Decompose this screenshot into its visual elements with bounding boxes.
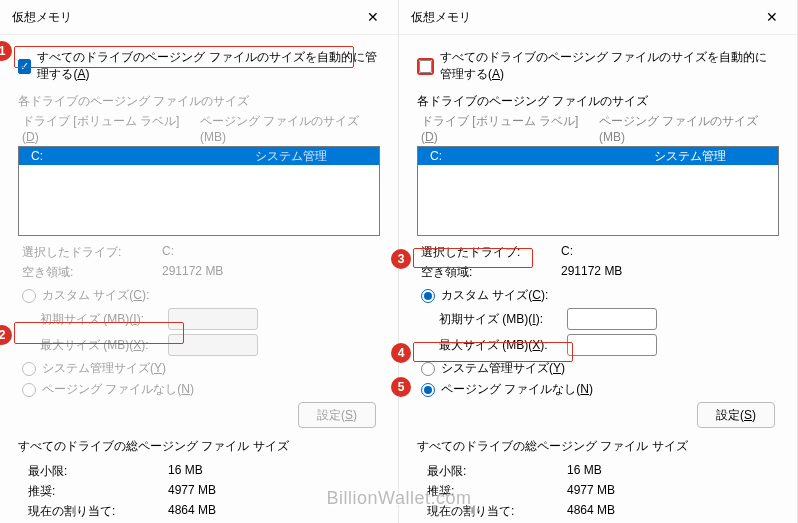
initial-size-row: 初期サイズ (MB)(I): [439, 308, 775, 330]
annotation-badge-2: 2 [0, 325, 12, 345]
custom-size-radio[interactable] [421, 289, 435, 303]
drive-letter: C: [426, 149, 602, 163]
min-label: 最小限: [427, 463, 567, 480]
system-managed-radio-row: システム管理サイズ(Y) [22, 360, 376, 377]
window-title: 仮想メモリ [12, 9, 72, 26]
titlebar: 仮想メモリ ✕ [0, 0, 398, 35]
drive-list-header: ドライブ [ボリューム ラベル](D) ページング ファイルのサイズ (MB) [421, 113, 775, 144]
drive-letter: C: [27, 149, 203, 163]
drive-list[interactable]: C: システム管理 [18, 146, 380, 236]
drive-list-header: ドライブ [ボリューム ラベル](D) ページング ファイルのサイズ (MB) [22, 113, 376, 144]
custom-size-radio [22, 289, 36, 303]
custom-size-label: カスタム サイズ(C): [441, 287, 548, 304]
initial-size-label: 初期サイズ (MB)(I): [439, 311, 559, 328]
rec-value: 4977 MB [567, 483, 775, 500]
titlebar: 仮想メモリ ✕ [399, 0, 797, 35]
initial-size-row: 初期サイズ (MB)(I): [40, 308, 376, 330]
system-managed-radio [22, 362, 36, 376]
drive-row-c[interactable]: C: システム管理 [418, 147, 778, 165]
auto-manage-label: すべてのドライブのページング ファイルのサイズを自動的に管理する(A) [37, 49, 380, 83]
selected-drive-label: 選択したドライブ: [421, 244, 561, 261]
cur-value: 4864 MB [567, 503, 775, 520]
free-space-value: 291172 MB [561, 264, 775, 281]
each-drive-label: 各ドライブのページング ファイルのサイズ [18, 93, 380, 110]
max-size-row: 最大サイズ (MB)(X): [439, 334, 775, 356]
auto-manage-label: すべてのドライブのページング ファイルのサイズを自動的に管理する(A) [440, 49, 779, 83]
drive-info: 選択したドライブ: C: 空き領域: 291172 MB [22, 244, 376, 281]
min-value: 16 MB [168, 463, 376, 480]
initial-size-input[interactable] [567, 308, 657, 330]
cur-label: 現在の割り当て: [28, 503, 168, 520]
dialog-body: すべてのドライブのページング ファイルのサイズを自動的に管理する(A) 各ドライ… [399, 35, 797, 523]
header-drive: ドライブ [ボリューム ラベル](D) [22, 113, 190, 144]
auto-manage-row[interactable]: すべてのドライブのページング ファイルのサイズを自動的に管理する(A) [18, 49, 380, 83]
drive-list[interactable]: C: システム管理 [417, 146, 779, 236]
max-size-input [168, 334, 258, 356]
auto-manage-row[interactable]: すべてのドライブのページング ファイルのサイズを自動的に管理する(A) [417, 49, 779, 83]
custom-size-radio-row: カスタム サイズ(C): [22, 287, 376, 304]
min-value: 16 MB [567, 463, 775, 480]
total-paging-label: すべてのドライブの総ページング ファイル サイズ [18, 438, 380, 455]
max-size-label: 最大サイズ (MB)(X): [40, 337, 160, 354]
totals-grid: 最小限: 16 MB 推奨: 4977 MB 現在の割り当て: 4864 MB [28, 463, 376, 520]
free-space-label: 空き領域: [421, 264, 561, 281]
totals-grid: 最小限: 16 MB 推奨: 4977 MB 現在の割り当て: 4864 MB [427, 463, 775, 520]
selected-drive-label: 選択したドライブ: [22, 244, 162, 261]
set-button: 設定(S) [298, 402, 376, 428]
window-title: 仮想メモリ [411, 9, 471, 26]
no-paging-radio-row[interactable]: ページング ファイルなし(N) [421, 381, 775, 398]
max-size-label: 最大サイズ (MB)(X): [439, 337, 559, 354]
system-managed-label: システム管理サイズ(Y) [42, 360, 166, 377]
auto-manage-checkbox[interactable] [18, 59, 31, 74]
free-space-label: 空き領域: [22, 264, 162, 281]
max-size-input[interactable] [567, 334, 657, 356]
free-space-value: 291172 MB [162, 264, 376, 281]
custom-size-label: カスタム サイズ(C): [42, 287, 149, 304]
no-paging-label: ページング ファイルなし(N) [42, 381, 194, 398]
auto-manage-checkbox[interactable] [417, 58, 434, 75]
rec-label: 推奨: [28, 483, 168, 500]
close-icon: ✕ [367, 9, 379, 25]
drive-row-c[interactable]: C: システム管理 [19, 147, 379, 165]
set-button-row: 設定(S) [22, 402, 376, 428]
header-size: ページング ファイルのサイズ (MB) [200, 113, 376, 144]
each-drive-label: 各ドライブのページング ファイルのサイズ [417, 93, 779, 110]
drive-status: システム管理 [602, 148, 778, 165]
no-paging-label: ページング ファイルなし(N) [441, 381, 593, 398]
virtual-memory-dialog-left: 仮想メモリ ✕ 1 すべてのドライブのページング ファイルのサイズを自動的に管理… [0, 0, 399, 523]
close-icon: ✕ [766, 9, 778, 25]
min-label: 最小限: [28, 463, 168, 480]
no-paging-radio-row: ページング ファイルなし(N) [22, 381, 376, 398]
set-button-row: 設定(S) [421, 402, 775, 428]
virtual-memory-dialog-right: 仮想メモリ ✕ すべてのドライブのページング ファイルのサイズを自動的に管理する… [399, 0, 798, 523]
system-managed-label: システム管理サイズ(Y) [441, 360, 565, 377]
watermark: BillionWallet.com [327, 488, 472, 509]
no-paging-radio [22, 383, 36, 397]
initial-size-label: 初期サイズ (MB)(I): [40, 311, 160, 328]
custom-size-radio-row[interactable]: カスタム サイズ(C): [421, 287, 775, 304]
system-managed-radio-row[interactable]: システム管理サイズ(Y) [421, 360, 775, 377]
selected-drive-value: C: [561, 244, 775, 261]
max-size-row: 最大サイズ (MB)(X): [40, 334, 376, 356]
selected-drive-value: C: [162, 244, 376, 261]
total-paging-label: すべてのドライブの総ページング ファイル サイズ [417, 438, 779, 455]
set-button[interactable]: 設定(S) [697, 402, 775, 428]
close-button[interactable]: ✕ [358, 6, 388, 28]
header-drive: ドライブ [ボリューム ラベル](D) [421, 113, 589, 144]
drive-status: システム管理 [203, 148, 379, 165]
annotation-badge-1: 1 [0, 41, 12, 61]
initial-size-input [168, 308, 258, 330]
no-paging-radio[interactable] [421, 383, 435, 397]
dialog-body: 1 すべてのドライブのページング ファイルのサイズを自動的に管理する(A) 各ド… [0, 35, 398, 523]
header-size: ページング ファイルのサイズ (MB) [599, 113, 775, 144]
close-button[interactable]: ✕ [757, 6, 787, 28]
drive-info: 選択したドライブ: C: 空き領域: 291172 MB [421, 244, 775, 281]
system-managed-radio[interactable] [421, 362, 435, 376]
